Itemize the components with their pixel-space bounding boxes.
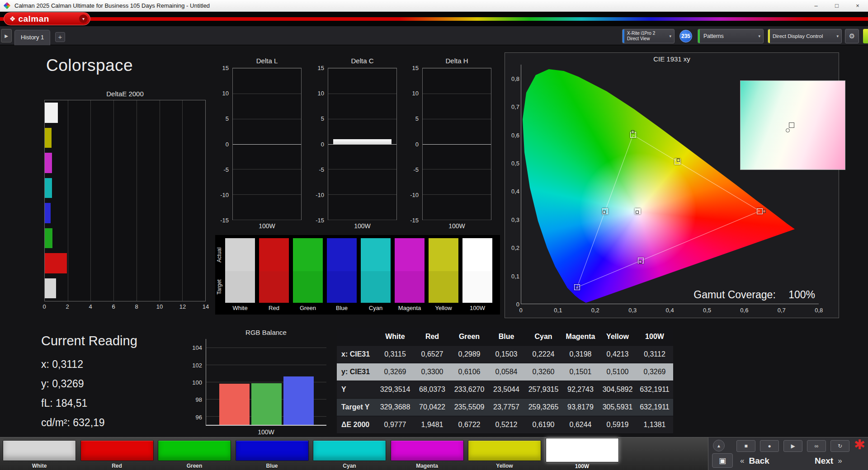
refresh-icon[interactable]: ↻: [830, 440, 849, 452]
rgb-bar-red: [219, 384, 250, 425]
delta-y-tick: 10: [318, 90, 324, 97]
pattern-button-blue[interactable]: Blue: [236, 437, 309, 470]
cie-y-tick: 0: [516, 301, 519, 308]
pattern-color: [236, 440, 309, 461]
table-value-cell: 632,1911: [636, 381, 673, 398]
measured-point-yellow: [677, 159, 680, 162]
stop-icon[interactable]: ■: [736, 440, 755, 452]
compare-column-100w: 100W: [462, 238, 492, 314]
pattern-button-red[interactable]: Red: [80, 437, 154, 470]
measured-point-100w: [636, 211, 639, 214]
window-titlebar: Calman 2025 Calman Ultimate for Business…: [0, 0, 868, 12]
tab-history-1[interactable]: History 1: [14, 30, 50, 45]
deltae-x-tick: 4: [89, 303, 92, 310]
deltae-gridline: [113, 100, 114, 301]
target-swatch: [395, 271, 425, 303]
table-value-cell: 257,9315: [525, 381, 562, 398]
meter-accent: [623, 29, 624, 43]
patterns-selector[interactable]: Patterns ▾: [698, 29, 764, 43]
display-control-selector[interactable]: Direct Display Control ▾: [768, 29, 842, 43]
record-icon[interactable]: ●: [760, 440, 779, 452]
measured-point-magenta: [639, 260, 642, 263]
deltae-x-tick: 0: [42, 303, 46, 310]
table-value-cell: 23,7757: [488, 399, 525, 416]
rgb-y-tick: 96: [196, 414, 202, 420]
delta-gridline: [328, 220, 396, 220]
delta-y-tick: 5: [415, 115, 419, 122]
close-button[interactable]: ×: [847, 0, 868, 11]
delta-gridline: [328, 169, 396, 169]
reading-x: x: 0,3112: [41, 355, 137, 374]
link-icon[interactable]: ∞: [807, 440, 826, 452]
table-header-cell: Cyan: [525, 328, 562, 345]
play-icon[interactable]: ▶: [783, 440, 802, 452]
actual-swatch: [395, 238, 425, 271]
compare-label: Cyan: [361, 305, 391, 314]
pattern-button-green[interactable]: Green: [158, 437, 231, 470]
back-button[interactable]: « Back: [740, 454, 769, 468]
delta-h-y-axis: 151050-5-10-15: [404, 68, 420, 220]
pattern-button-cyan[interactable]: Cyan: [313, 437, 386, 470]
measurement-table: WhiteRedGreenBlueCyanMagentaYellow100Wx:…: [337, 328, 673, 434]
delta-y-tick: -5: [223, 166, 229, 173]
meter-status-badge[interactable]: 235: [679, 30, 692, 42]
pattern-name: Red: [80, 463, 154, 469]
maximize-button[interactable]: □: [826, 0, 847, 11]
calman-logo[interactable]: ❖ calman ▾: [4, 12, 90, 25]
cie-x-tick: 0,2: [591, 307, 599, 314]
compare-label: Red: [259, 305, 289, 314]
deltae-x-tick: 2: [66, 303, 69, 310]
pattern-button-100w[interactable]: 100W: [546, 437, 619, 470]
cie-y-tick: 0,8: [511, 75, 519, 82]
logo-menu-icon[interactable]: ▾: [79, 14, 88, 23]
pattern-button-white[interactable]: White: [3, 437, 76, 470]
cie-x-axis: 00,10,20,30,40,50,60,70,8: [521, 307, 819, 314]
pattern-name: Magenta: [391, 463, 464, 469]
delta-y-tick: -5: [319, 166, 324, 173]
sidebar-expand-button[interactable]: ▶: [1, 29, 12, 42]
meter-selector[interactable]: X-Rite i1Pro 2 Direct View ▾: [622, 29, 675, 43]
calman-logo-text: calman: [18, 14, 49, 24]
next-label: Next: [815, 456, 833, 466]
minimize-button[interactable]: –: [806, 0, 826, 11]
delta-gridline: [423, 119, 491, 119]
delta-y-tick: -10: [410, 191, 419, 198]
table-value-cell: 0,4213: [599, 346, 636, 363]
delta-y-tick: 5: [226, 115, 229, 122]
deltae-bar-blue: [45, 203, 51, 223]
delta-l-title: Delta L: [232, 57, 302, 65]
delta-gridline: [233, 119, 301, 119]
table-value-cell: 93,8179: [562, 399, 599, 416]
table-value-cell: 304,5892: [599, 381, 636, 398]
add-tab-button[interactable]: +: [55, 32, 65, 42]
target-swatch: [462, 271, 492, 303]
reading-y: y: 0,3269: [41, 374, 137, 394]
actual-target-panel: Actual Target WhiteRedGreenBlueCyanMagen…: [215, 235, 500, 315]
delta-h-title: Delta H: [422, 57, 491, 65]
table-value-cell: 0,2989: [451, 346, 488, 363]
cie-x-tick: 0,4: [666, 307, 674, 314]
rgb-x-label: 100W: [206, 428, 326, 436]
compare-label: 100W: [462, 305, 492, 314]
delta-y-tick: -5: [413, 166, 419, 173]
delta-gridline: [423, 169, 491, 169]
pattern-button-yellow[interactable]: Yellow: [468, 437, 541, 470]
deltae-chart: [44, 100, 206, 301]
table-value-cell: 0,3115: [377, 346, 414, 363]
pattern-color: [3, 440, 76, 461]
display-button[interactable]: ▣: [712, 453, 733, 468]
delta-gridline: [233, 94, 301, 94]
collapse-button[interactable]: ▲: [713, 440, 725, 451]
patterns-accent: [698, 29, 700, 43]
delta-c-x-label: 100W: [328, 222, 397, 230]
pattern-button-magenta[interactable]: Magenta: [391, 437, 464, 470]
measured-point-green: [631, 130, 634, 133]
rgb-balance-title: RGB Balance: [206, 329, 326, 336]
table-row-label: ΔE 2000: [337, 416, 377, 433]
display-control-accent: [768, 29, 770, 43]
cie-y-axis: 00,10,20,30,40,50,60,70,8: [506, 65, 519, 304]
delta-l-chart: [232, 68, 302, 220]
settings-gear-button[interactable]: ⚙: [845, 29, 859, 43]
rgb-bar-blue: [283, 376, 314, 425]
next-button[interactable]: Next »: [815, 454, 842, 468]
